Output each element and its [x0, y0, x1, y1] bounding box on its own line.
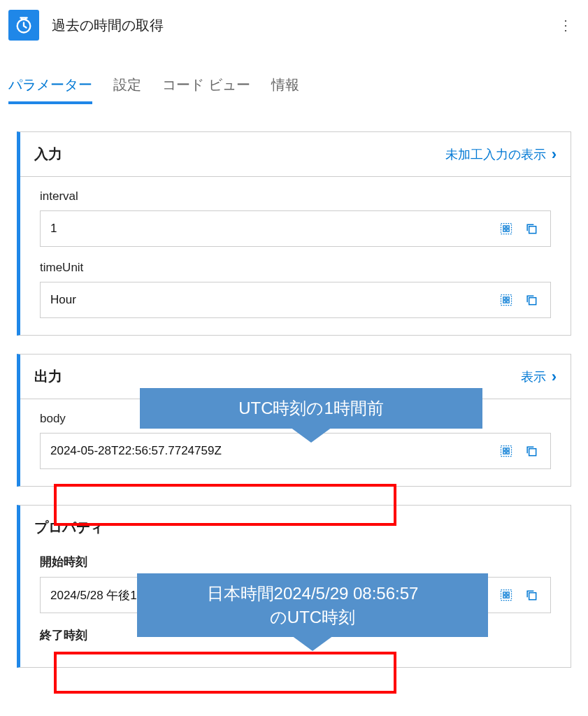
card-input: 入力 未加工入力の表示 › interval 1 timeUnit Hour [17, 131, 571, 336]
tab-info[interactable]: 情報 [271, 76, 299, 104]
chevron-right-icon: › [552, 368, 557, 386]
card-title: 入力 [34, 145, 62, 164]
field-value: Hour [50, 293, 490, 307]
copy-button[interactable] [522, 586, 540, 604]
field-value: 1 [50, 222, 490, 236]
field-row-timeunit: Hour [40, 282, 551, 318]
raw-link-label: 表示 [521, 368, 546, 385]
card-header: 入力 未加工入力の表示 › [20, 132, 571, 177]
tab-bar: パラメーター 設定 コード ビュー 情報 [0, 50, 588, 105]
show-raw-input-link[interactable]: 未加工入力の表示 › [445, 145, 557, 164]
chevron-right-icon: › [552, 145, 557, 164]
tab-parameters[interactable]: パラメーター [8, 76, 92, 104]
select-button[interactable] [497, 442, 515, 460]
clock-icon [8, 10, 39, 41]
field-label: timeUnit [40, 261, 551, 275]
copy-button[interactable] [522, 442, 540, 460]
annotation-callout-2: 日本時間2024/5/29 08:56:57 のUTC時刻 [137, 573, 488, 637]
select-button[interactable] [497, 586, 515, 604]
field-value: 2024-05-28T22:56:57.7724759Z [50, 444, 490, 458]
field-row-interval: 1 [40, 210, 551, 247]
annotation-text: 日本時間2024/5/29 08:56:57 のUTC時刻 [207, 584, 419, 626]
card-body: interval 1 timeUnit Hour [20, 177, 571, 335]
raw-link-label: 未加工入力の表示 [445, 146, 546, 163]
annotation-callout-1: UTC時刻の1時間前 [140, 388, 482, 429]
card-header: プロパティ [20, 506, 571, 550]
more-menu-button[interactable]: ⋮ [556, 15, 575, 35]
copy-button[interactable] [522, 220, 540, 238]
tab-settings[interactable]: 設定 [113, 76, 141, 104]
field-label: interval [40, 189, 551, 203]
field-label: 開始時刻 [40, 554, 551, 570]
card-title: プロパティ [34, 518, 104, 537]
panel-title: 過去の時間の取得 [52, 16, 164, 35]
panel-header: 過去の時間の取得 ⋮ [0, 0, 588, 50]
annotation-text: UTC時刻の1時間前 [238, 399, 384, 417]
select-button[interactable] [497, 291, 515, 309]
show-raw-output-link[interactable]: 表示 › [521, 368, 557, 386]
select-button[interactable] [497, 220, 515, 238]
card-title: 出力 [34, 367, 62, 386]
copy-button[interactable] [522, 291, 540, 309]
tab-codeview[interactable]: コード ビュー [162, 76, 250, 104]
